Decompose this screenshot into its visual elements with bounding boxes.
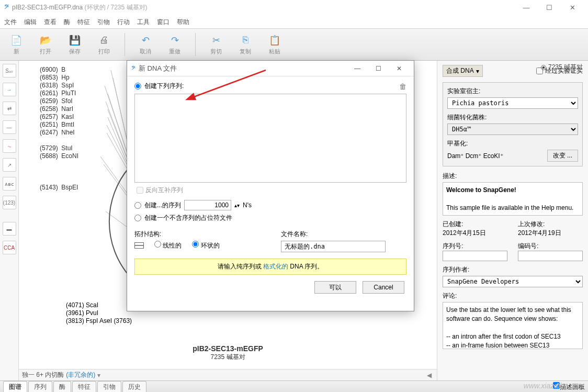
redo-button[interactable]: ↷重做 bbox=[164, 34, 186, 55]
save-icon: 💾 bbox=[67, 34, 82, 47]
folder-icon: 📂 bbox=[38, 34, 53, 47]
desc-title: Welcome to SnapGene! bbox=[446, 186, 516, 194]
opt-sequence-label: 创建下列序列: bbox=[144, 82, 184, 91]
tab-sequence[interactable]: 序列 bbox=[28, 381, 52, 393]
tab-features[interactable]: 特征 bbox=[72, 381, 96, 393]
tab-map[interactable]: 图谱 bbox=[3, 381, 27, 393]
bottom-tabs: 图谱 序列 酶 特征 引物 历史 描述面板 bbox=[0, 380, 588, 392]
file-name: pIB2-SEC13-mEGFP.dna bbox=[12, 4, 83, 11]
seqno-label: 序列号: bbox=[443, 242, 463, 250]
chevron-down-icon: ▾ bbox=[476, 68, 479, 75]
comment-box[interactable]: Use the tabs at the lower left to see wh… bbox=[443, 302, 583, 349]
save-button[interactable]: 💾保存 bbox=[64, 34, 86, 55]
menubar: 文件 编辑 查看 酶 特征 引物 行动 工具 窗口 帮助 bbox=[0, 16, 588, 28]
menu-file[interactable]: 文件 bbox=[4, 18, 17, 27]
author-select[interactable]: SnapGene Developers bbox=[443, 276, 583, 287]
tab-enzymes[interactable]: 酶 bbox=[53, 381, 71, 393]
menu-view[interactable]: 查看 bbox=[44, 18, 56, 27]
dialog-close-button[interactable]: ✕ bbox=[389, 61, 410, 76]
undo-button[interactable]: ↶取消 bbox=[134, 34, 156, 55]
footer-link[interactable]: (非冗余的) bbox=[66, 371, 95, 379]
tool-4[interactable]: ⏦ bbox=[3, 139, 16, 153]
tool-7[interactable]: (123) bbox=[3, 196, 16, 209]
tool-1[interactable]: → bbox=[3, 83, 16, 96]
menu-tool[interactable]: 工具 bbox=[137, 18, 150, 27]
ok-button[interactable]: 可以 bbox=[314, 281, 356, 294]
opt-sequence-radio[interactable] bbox=[134, 83, 141, 89]
host-label: 实验室宿主: bbox=[447, 87, 578, 96]
menu-action[interactable]: 行动 bbox=[117, 18, 130, 27]
scroll-left-icon[interactable]: ◀ bbox=[424, 372, 434, 379]
inspector-panel: 合成 DNA▾ 经过实验证实 实验室宿主: Pichia pastoris 细菌… bbox=[437, 61, 588, 380]
format-link[interactable]: 格式化的 bbox=[263, 263, 288, 270]
menu-help[interactable]: 帮助 bbox=[177, 18, 189, 27]
circular-radio[interactable]: 环状的 bbox=[192, 241, 219, 250]
tool-3[interactable]: — bbox=[3, 120, 16, 134]
cut-button[interactable]: ✂剪切 bbox=[205, 34, 227, 55]
filename-label: 文件名称: bbox=[281, 230, 406, 239]
tool-6[interactable]: ᴀʙᴄ bbox=[3, 177, 16, 191]
seqno-input[interactable] bbox=[443, 251, 507, 261]
host-select[interactable]: Pichia pastoris bbox=[447, 97, 578, 109]
minimize-button[interactable]: — bbox=[515, 1, 538, 15]
tab-primers[interactable]: 引物 bbox=[97, 381, 121, 393]
menu-window[interactable]: 窗口 bbox=[157, 18, 169, 27]
cancel-button[interactable]: Cancel bbox=[363, 281, 404, 294]
change-button[interactable]: 改变 ... bbox=[547, 150, 578, 162]
sequence-textarea[interactable] bbox=[134, 94, 406, 183]
print-button[interactable]: 🖨打印 bbox=[93, 34, 115, 55]
menu-primer[interactable]: 引物 bbox=[97, 18, 110, 27]
close-button[interactable]: ✕ bbox=[561, 1, 584, 15]
tool-0[interactable]: Sₐₗₗ bbox=[3, 64, 16, 77]
window-title: pIB2-SEC13-mEGFP.dna (环状的 / 7235 碱基对) bbox=[12, 3, 148, 12]
tool-9[interactable]: CCA bbox=[3, 241, 16, 254]
strain-select[interactable]: DH5α™ bbox=[447, 124, 578, 135]
linear-icon bbox=[134, 242, 144, 249]
maximize-button[interactable]: ☐ bbox=[538, 1, 561, 15]
plasmid-size: 7235 碱基对 bbox=[193, 353, 263, 362]
enzyme-labels-top: (6900) B (6853) Hp (6318) SspI (6261) Pl… bbox=[40, 66, 78, 192]
created-label: 已创建: bbox=[443, 220, 463, 228]
dialog-minimize-button[interactable]: — bbox=[347, 61, 368, 76]
hint-bar: 请输入纯序列或 格式化的 DNA 序列。 bbox=[134, 259, 406, 275]
tab-history[interactable]: 历史 bbox=[122, 381, 146, 393]
menu-edit[interactable]: 编辑 bbox=[24, 18, 37, 27]
dialog-titlebar: 𝄢 新 DNA 文件 — ☐ ✕ bbox=[127, 61, 414, 76]
menu-enzyme[interactable]: 酶 bbox=[64, 18, 70, 27]
length-input[interactable] bbox=[184, 200, 231, 210]
copy-button[interactable]: ⎘复制 bbox=[234, 34, 256, 55]
paste-icon: 📋 bbox=[267, 34, 282, 47]
filename-input[interactable] bbox=[281, 241, 386, 252]
menu-feature[interactable]: 特征 bbox=[77, 18, 90, 27]
dialog-logo-icon: 𝄢 bbox=[131, 65, 135, 72]
linear-radio[interactable]: 线性的 bbox=[154, 241, 182, 250]
new-button[interactable]: 📄新 bbox=[5, 34, 27, 55]
tool-5[interactable]: ↗ bbox=[3, 158, 16, 172]
tool-2[interactable]: ⇄ bbox=[3, 102, 16, 115]
meth-label: 甲基化: bbox=[447, 139, 578, 148]
modified-label: 上次修改: bbox=[518, 220, 545, 228]
host-section: 实验室宿主: Pichia pastoris 细菌转化菌株: DH5α™ 甲基化… bbox=[443, 82, 583, 166]
opt-length-radio[interactable] bbox=[134, 202, 141, 209]
open-button[interactable]: 📂打开 bbox=[35, 34, 56, 55]
canvas-footer: 独一 6+ 内切酶 (非冗余的) ▾ ◀ bbox=[19, 369, 437, 380]
dialog-maximize-button[interactable]: ☐ bbox=[368, 61, 389, 76]
opt-placeholder-radio[interactable] bbox=[134, 215, 141, 221]
tool-8[interactable]: ▬ bbox=[3, 222, 16, 236]
ns-label: N's bbox=[243, 201, 252, 209]
dna-type-dropdown[interactable]: 合成 DNA▾ bbox=[443, 65, 483, 77]
modified-value: 2012年4月19日 bbox=[518, 229, 561, 237]
paste-button[interactable]: 📋粘贴 bbox=[264, 34, 286, 55]
description-box[interactable]: Welcome to SnapGene! This sample file is… bbox=[443, 182, 583, 216]
created-value: 2012年4月15日 bbox=[443, 229, 486, 237]
revcomp-label: 反向互补序列 bbox=[145, 186, 183, 195]
opt-length-label: 创建...的序列 bbox=[144, 201, 181, 210]
revcomp-checkbox bbox=[137, 187, 143, 194]
copy-icon: ⎘ bbox=[238, 34, 253, 47]
status-bp: 7235 碱基对 bbox=[541, 63, 583, 72]
trash-icon[interactable]: 🗑 bbox=[399, 82, 406, 91]
strain-label: 细菌转化菌株: bbox=[447, 113, 578, 122]
file-meta: (环状的 / 7235 碱基对) bbox=[83, 4, 147, 11]
bp-count: 7235 碱基对 bbox=[548, 63, 583, 72]
code-input[interactable] bbox=[518, 251, 583, 261]
